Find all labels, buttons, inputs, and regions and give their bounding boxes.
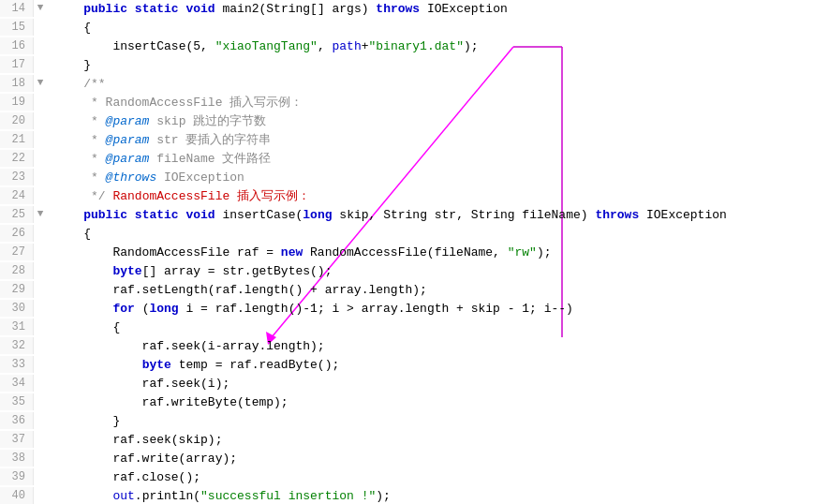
code-token: );	[376, 489, 391, 503]
code-content: }	[47, 56, 814, 75]
line-number: 16	[0, 37, 34, 54]
code-token: "binary1.dat"	[369, 39, 464, 53]
code-token: temp = raf.readByte();	[171, 358, 339, 372]
code-token: raf.setLength(raf.length() + array.lengt…	[54, 283, 427, 297]
line-number: 37	[0, 431, 34, 448]
line-number: 20	[0, 112, 34, 129]
code-content: RandomAccessFile raf = new RandomAccessF…	[47, 244, 814, 262]
code-token	[54, 358, 142, 372]
code-token: {	[54, 320, 120, 334]
line-number: 26	[0, 225, 34, 242]
code-content: raf.writeByte(temp);	[47, 393, 814, 412]
code-token	[127, 2, 135, 16]
code-content: {	[47, 225, 814, 244]
code-token: long	[149, 302, 178, 316]
code-token: /**	[83, 77, 105, 91]
code-token: );	[537, 245, 552, 259]
code-token: @param	[106, 152, 150, 166]
code-content: public static void main2(String[] args) …	[47, 0, 814, 19]
line-number: 21	[0, 131, 34, 148]
line-number: 15	[0, 19, 34, 36]
code-container: 14▼ public static void main2(String[] ar…	[0, 0, 814, 504]
fold-icon[interactable]: ▼	[34, 75, 47, 91]
code-token: raf.writeByte(temp);	[54, 395, 289, 409]
code-token: throws	[595, 208, 639, 222]
table-row: 19 * RandomAccessFile 插入写示例：	[0, 94, 814, 112]
table-row: 37 raf.seek(skip);	[0, 431, 814, 450]
line-number: 29	[0, 281, 34, 298]
code-token: (	[135, 302, 150, 316]
code-token	[54, 264, 112, 278]
table-row: 24 */ RandomAccessFile 插入写示例：	[0, 187, 814, 206]
code-content: out.println("successful insertion !");	[47, 487, 814, 504]
code-token: "successful insertion !"	[200, 489, 376, 503]
fold-icon[interactable]: ▼	[34, 0, 47, 16]
code-token: new	[281, 245, 303, 259]
code-content: raf.write(array);	[47, 450, 814, 468]
table-row: 20 * @param skip 跳过的字节数	[0, 112, 814, 131]
line-number: 40	[0, 487, 34, 504]
code-token: throws	[376, 2, 420, 16]
code-token	[54, 39, 112, 53]
code-content: byte temp = raf.readByte();	[47, 356, 814, 375]
code-content: raf.seek(i-array.length);	[47, 337, 814, 356]
code-content: insertCase(5, "xiaoTangTang", path+"bina…	[47, 37, 814, 56]
code-content: {	[47, 19, 814, 37]
line-number: 38	[0, 450, 34, 467]
code-token: *	[54, 114, 106, 128]
line-number: 24	[0, 187, 34, 204]
code-token: @param	[106, 114, 150, 128]
code-token: {	[54, 227, 91, 241]
code-token: for	[112, 302, 134, 316]
table-row: 28 byte[] array = str.getBytes();	[0, 262, 814, 281]
line-number: 39	[0, 468, 34, 485]
code-token: */	[54, 189, 112, 203]
table-row: 23 * @throws IOException	[0, 169, 814, 187]
line-number: 17	[0, 56, 34, 73]
line-number: 30	[0, 300, 34, 317]
code-token: }	[54, 414, 120, 428]
code-token: IOException	[156, 170, 244, 185]
line-number: 32	[0, 337, 34, 354]
table-row: 26 {	[0, 225, 814, 244]
table-row: 29 raf.setLength(raf.length() + array.le…	[0, 281, 814, 300]
code-token: insertCase(	[215, 208, 303, 222]
code-content: raf.close();	[47, 468, 814, 487]
code-lines: 14▼ public static void main2(String[] ar…	[0, 0, 814, 504]
code-token: RandomAccessFile 插入写示例：	[112, 189, 310, 203]
table-row: 31 {	[0, 319, 814, 337]
code-content: raf.seek(i);	[47, 375, 814, 393]
line-number: 14	[0, 0, 34, 17]
code-content: * RandomAccessFile 插入写示例：	[47, 94, 814, 112]
line-number: 31	[0, 319, 34, 335]
table-row: 32 raf.seek(i-array.length);	[0, 337, 814, 356]
code-token: RandomAccessFile(fileName,	[303, 245, 507, 259]
code-token: raf.close();	[54, 470, 200, 484]
code-token: out	[112, 489, 134, 503]
line-number: 35	[0, 393, 34, 410]
table-row: 18▼ /**	[0, 75, 814, 94]
code-token: RandomAccessFile raf =	[54, 245, 281, 259]
table-row: 25▼ public static void insertCase(long s…	[0, 206, 814, 225]
code-token: *	[54, 133, 106, 147]
table-row: 14▼ public static void main2(String[] ar…	[0, 0, 814, 19]
code-token: insertCase	[112, 39, 185, 53]
code-token: void	[185, 2, 215, 16]
code-token: fileName 文件路径	[149, 152, 271, 166]
code-token: [] array = str.getBytes();	[142, 264, 333, 278]
table-row: 40 out.println("successful insertion !")…	[0, 487, 814, 504]
code-token: byte	[142, 358, 171, 372]
table-row: 33 byte temp = raf.readByte();	[0, 356, 814, 375]
code-token	[54, 208, 83, 222]
code-token: void	[185, 208, 215, 222]
code-token: static	[135, 208, 179, 222]
code-token: {	[54, 21, 91, 35]
fold-icon[interactable]: ▼	[34, 206, 47, 222]
table-row: 30 for (long i = raf.length()-1; i > arr…	[0, 300, 814, 319]
line-number: 18	[0, 75, 34, 92]
code-token: *	[54, 170, 106, 185]
table-row: 16 insertCase(5, "xiaoTangTang", path+"b…	[0, 37, 814, 56]
table-row: 34 raf.seek(i);	[0, 375, 814, 393]
code-token: +	[362, 39, 369, 53]
line-number: 33	[0, 356, 34, 373]
